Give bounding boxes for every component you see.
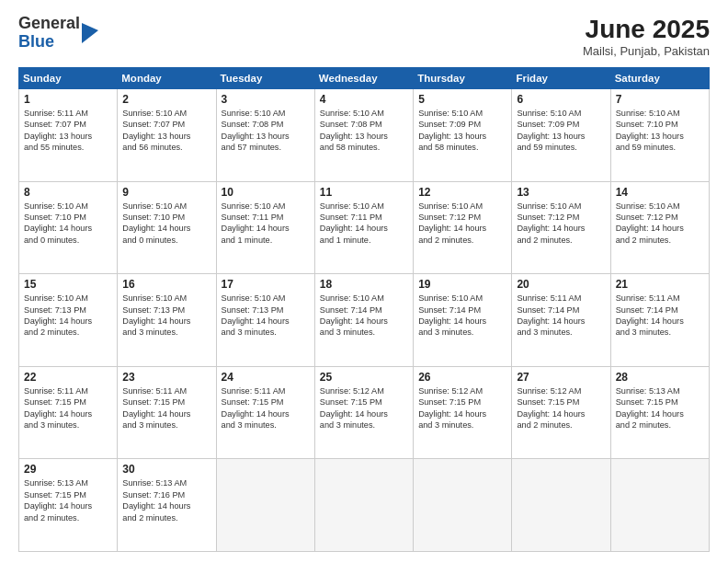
calendar-cell: 21Sunrise: 5:11 AM Sunset: 7:14 PM Dayli… (610, 274, 709, 367)
calendar-week-row: 15Sunrise: 5:10 AM Sunset: 7:13 PM Dayli… (19, 274, 710, 367)
cell-content: Sunrise: 5:10 AM Sunset: 7:12 PM Dayligh… (517, 201, 605, 247)
calendar-cell: 17Sunrise: 5:10 AM Sunset: 7:13 PM Dayli… (216, 274, 314, 367)
calendar-cell (610, 459, 709, 552)
cell-content: Sunrise: 5:10 AM Sunset: 7:11 PM Dayligh… (320, 201, 408, 247)
day-number: 10 (222, 186, 310, 199)
col-saturday: Saturday (610, 68, 709, 89)
logo-icon (82, 23, 98, 43)
day-number: 14 (616, 186, 704, 199)
cell-content: Sunrise: 5:10 AM Sunset: 7:10 PM Dayligh… (24, 201, 112, 247)
day-number: 24 (222, 371, 310, 384)
cell-content: Sunrise: 5:11 AM Sunset: 7:07 PM Dayligh… (24, 108, 112, 154)
calendar-cell: 27Sunrise: 5:12 AM Sunset: 7:15 PM Dayli… (512, 366, 610, 459)
title-block: June 2025 Mailsi, Punjab, Pakistan (583, 15, 710, 58)
cell-content: Sunrise: 5:10 AM Sunset: 7:08 PM Dayligh… (320, 108, 408, 154)
cell-content: Sunrise: 5:10 AM Sunset: 7:12 PM Dayligh… (418, 201, 506, 247)
calendar-header-row: Sunday Monday Tuesday Wednesday Thursday… (19, 68, 710, 89)
calendar-cell: 19Sunrise: 5:10 AM Sunset: 7:14 PM Dayli… (414, 274, 512, 367)
cell-content: Sunrise: 5:10 AM Sunset: 7:10 PM Dayligh… (122, 201, 210, 247)
cell-content: Sunrise: 5:11 AM Sunset: 7:15 PM Dayligh… (222, 385, 310, 431)
day-number: 12 (418, 186, 506, 199)
calendar-cell: 1Sunrise: 5:11 AM Sunset: 7:07 PM Daylig… (19, 89, 118, 182)
logo: General Blue (18, 15, 98, 52)
cell-content: Sunrise: 5:11 AM Sunset: 7:15 PM Dayligh… (24, 385, 112, 431)
cell-content: Sunrise: 5:10 AM Sunset: 7:10 PM Dayligh… (616, 108, 704, 154)
svg-marker-0 (82, 23, 98, 43)
col-monday: Monday (118, 68, 216, 89)
day-number: 29 (24, 463, 112, 476)
header: General Blue June 2025 Mailsi, Punjab, P… (18, 15, 710, 58)
cell-content: Sunrise: 5:10 AM Sunset: 7:08 PM Dayligh… (222, 108, 310, 154)
cell-content: Sunrise: 5:12 AM Sunset: 7:15 PM Dayligh… (320, 385, 408, 431)
calendar-cell: 2Sunrise: 5:10 AM Sunset: 7:07 PM Daylig… (118, 89, 216, 182)
cell-content: Sunrise: 5:11 AM Sunset: 7:14 PM Dayligh… (517, 293, 605, 339)
calendar-cell: 3Sunrise: 5:10 AM Sunset: 7:08 PM Daylig… (216, 89, 314, 182)
cell-content: Sunrise: 5:11 AM Sunset: 7:15 PM Dayligh… (122, 385, 210, 431)
day-number: 21 (616, 278, 704, 291)
day-number: 30 (122, 463, 210, 476)
col-sunday: Sunday (19, 68, 118, 89)
calendar-cell: 11Sunrise: 5:10 AM Sunset: 7:11 PM Dayli… (314, 181, 413, 274)
calendar-table: Sunday Monday Tuesday Wednesday Thursday… (18, 67, 710, 552)
calendar-cell: 25Sunrise: 5:12 AM Sunset: 7:15 PM Dayli… (314, 366, 413, 459)
day-number: 1 (24, 93, 112, 106)
calendar-cell: 5Sunrise: 5:10 AM Sunset: 7:09 PM Daylig… (414, 89, 512, 182)
day-number: 9 (122, 186, 210, 199)
day-number: 25 (320, 371, 408, 384)
day-number: 13 (517, 186, 605, 199)
day-number: 4 (320, 93, 408, 106)
day-number: 27 (517, 371, 605, 384)
cell-content: Sunrise: 5:13 AM Sunset: 7:16 PM Dayligh… (122, 477, 210, 523)
day-number: 19 (418, 278, 506, 291)
cell-content: Sunrise: 5:12 AM Sunset: 7:15 PM Dayligh… (418, 385, 506, 431)
day-number: 18 (320, 278, 408, 291)
calendar-cell: 20Sunrise: 5:11 AM Sunset: 7:14 PM Dayli… (512, 274, 610, 367)
cell-content: Sunrise: 5:10 AM Sunset: 7:07 PM Dayligh… (122, 108, 210, 154)
calendar-cell (314, 459, 413, 552)
calendar-cell: 30Sunrise: 5:13 AM Sunset: 7:16 PM Dayli… (118, 459, 216, 552)
calendar-cell: 12Sunrise: 5:10 AM Sunset: 7:12 PM Dayli… (414, 181, 512, 274)
logo-general: General (18, 14, 80, 32)
cell-content: Sunrise: 5:10 AM Sunset: 7:13 PM Dayligh… (222, 293, 310, 339)
cell-content: Sunrise: 5:10 AM Sunset: 7:13 PM Dayligh… (122, 293, 210, 339)
day-number: 7 (616, 93, 704, 106)
calendar-cell: 10Sunrise: 5:10 AM Sunset: 7:11 PM Dayli… (216, 181, 314, 274)
location: Mailsi, Punjab, Pakistan (583, 44, 710, 58)
day-number: 6 (517, 93, 605, 106)
day-number: 20 (517, 278, 605, 291)
calendar-week-row: 8Sunrise: 5:10 AM Sunset: 7:10 PM Daylig… (19, 181, 710, 274)
col-wednesday: Wednesday (314, 68, 413, 89)
calendar-cell (216, 459, 314, 552)
cell-content: Sunrise: 5:10 AM Sunset: 7:14 PM Dayligh… (418, 293, 506, 339)
calendar-cell: 13Sunrise: 5:10 AM Sunset: 7:12 PM Dayli… (512, 181, 610, 274)
day-number: 15 (24, 278, 112, 291)
calendar-cell: 15Sunrise: 5:10 AM Sunset: 7:13 PM Dayli… (19, 274, 118, 367)
day-number: 17 (222, 278, 310, 291)
cell-content: Sunrise: 5:10 AM Sunset: 7:09 PM Dayligh… (517, 108, 605, 154)
cell-content: Sunrise: 5:12 AM Sunset: 7:15 PM Dayligh… (517, 385, 605, 431)
calendar-cell: 16Sunrise: 5:10 AM Sunset: 7:13 PM Dayli… (118, 274, 216, 367)
cell-content: Sunrise: 5:10 AM Sunset: 7:13 PM Dayligh… (24, 293, 112, 339)
calendar-cell: 22Sunrise: 5:11 AM Sunset: 7:15 PM Dayli… (19, 366, 118, 459)
page: General Blue June 2025 Mailsi, Punjab, P… (0, 0, 728, 563)
day-number: 26 (418, 371, 506, 384)
cell-content: Sunrise: 5:10 AM Sunset: 7:09 PM Dayligh… (418, 108, 506, 154)
month-title: June 2025 (583, 15, 710, 44)
day-number: 2 (122, 93, 210, 106)
day-number: 11 (320, 186, 408, 199)
col-friday: Friday (512, 68, 610, 89)
day-number: 5 (418, 93, 506, 106)
cell-content: Sunrise: 5:10 AM Sunset: 7:14 PM Dayligh… (320, 293, 408, 339)
cell-content: Sunrise: 5:10 AM Sunset: 7:12 PM Dayligh… (616, 201, 704, 247)
calendar-cell (512, 459, 610, 552)
calendar-cell: 9Sunrise: 5:10 AM Sunset: 7:10 PM Daylig… (118, 181, 216, 274)
calendar-cell: 4Sunrise: 5:10 AM Sunset: 7:08 PM Daylig… (314, 89, 413, 182)
calendar-cell: 26Sunrise: 5:12 AM Sunset: 7:15 PM Dayli… (414, 366, 512, 459)
day-number: 23 (122, 371, 210, 384)
cell-content: Sunrise: 5:13 AM Sunset: 7:15 PM Dayligh… (24, 477, 112, 523)
calendar-week-row: 29Sunrise: 5:13 AM Sunset: 7:15 PM Dayli… (19, 459, 710, 552)
calendar-cell: 7Sunrise: 5:10 AM Sunset: 7:10 PM Daylig… (610, 89, 709, 182)
day-number: 22 (24, 371, 112, 384)
calendar-week-row: 22Sunrise: 5:11 AM Sunset: 7:15 PM Dayli… (19, 366, 710, 459)
day-number: 3 (222, 93, 310, 106)
